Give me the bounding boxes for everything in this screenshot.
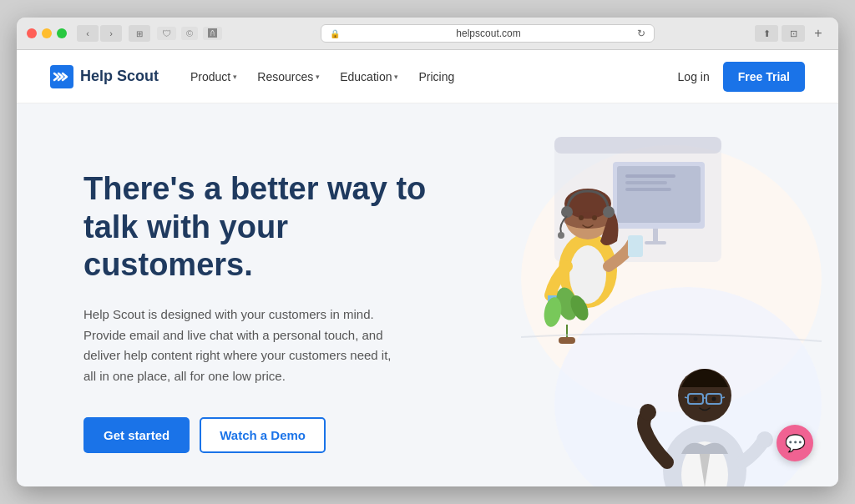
- hero-description: Help Scout is designed with your custome…: [83, 305, 401, 387]
- nav-pricing[interactable]: Pricing: [410, 63, 463, 90]
- security-icon: 🔒: [330, 29, 340, 38]
- svg-point-21: [558, 232, 564, 239]
- browser-window: ‹ › ⊞ 🛡 © 🅰 🔒 helpscout.com ↻ ⬆ ⊡ +: [17, 18, 838, 486]
- watch-demo-button[interactable]: Watch a Demo: [200, 417, 326, 453]
- free-trial-button[interactable]: Free Trial: [723, 62, 805, 92]
- new-tab-button[interactable]: +: [808, 25, 828, 42]
- get-started-button[interactable]: Get started: [83, 417, 190, 453]
- page-content: Help Scout Product ▾ Resources ▾ Educati…: [17, 50, 838, 486]
- resources-chevron-icon: ▾: [316, 73, 320, 81]
- share-button[interactable]: ⬆: [755, 25, 778, 42]
- svg-rect-4: [554, 137, 721, 154]
- hero-illustration: [421, 103, 838, 486]
- svg-rect-8: [625, 181, 667, 184]
- nav-links: Product ▾ Resources ▾ Education ▾ Pricin…: [182, 63, 675, 90]
- login-button[interactable]: Log in: [675, 63, 713, 90]
- hero-section: There's a better way to talk with your c…: [17, 103, 838, 486]
- traffic-lights: [27, 28, 67, 38]
- nav-resources[interactable]: Resources ▾: [249, 63, 328, 90]
- svg-rect-22: [628, 235, 643, 257]
- logo-link[interactable]: Help Scout: [50, 65, 159, 88]
- hero-svg: [421, 112, 838, 486]
- logo-icon: [50, 65, 73, 88]
- nav-product[interactable]: Product ▾: [182, 63, 245, 90]
- svg-line-38: [685, 397, 688, 398]
- minimize-button[interactable]: [42, 28, 52, 38]
- hero-title: There's a better way to talk with your c…: [83, 170, 434, 285]
- chat-icon: 💬: [785, 433, 806, 453]
- svg-point-17: [579, 215, 584, 220]
- bookmark-button[interactable]: ⊡: [782, 25, 805, 42]
- nav-actions: Log in Free Trial: [675, 62, 805, 92]
- window-control-button[interactable]: ⊞: [129, 25, 150, 42]
- product-chevron-icon: ▾: [233, 73, 237, 81]
- nav-education[interactable]: Education ▾: [331, 63, 407, 90]
- svg-point-20: [603, 206, 615, 218]
- education-chevron-icon: ▾: [394, 73, 398, 81]
- back-button[interactable]: ‹: [77, 25, 99, 42]
- url-text: helpscout.com: [345, 28, 632, 39]
- svg-point-19: [561, 206, 573, 218]
- chat-widget-button[interactable]: 💬: [777, 425, 813, 461]
- svg-point-43: [756, 431, 773, 448]
- maximize-button[interactable]: [57, 28, 67, 38]
- svg-rect-10: [653, 229, 658, 241]
- svg-point-40: [694, 397, 698, 401]
- svg-line-39: [721, 397, 725, 398]
- svg-rect-7: [625, 174, 675, 178]
- svg-point-13: [569, 245, 606, 304]
- svg-point-18: [592, 215, 597, 220]
- refresh-button[interactable]: ↻: [637, 28, 645, 39]
- navbar: Help Scout Product ▾ Resources ▾ Educati…: [17, 50, 838, 103]
- hero-content: There's a better way to talk with your c…: [83, 154, 434, 453]
- browser-chrome: ‹ › ⊞ 🛡 © 🅰 🔒 helpscout.com ↻ ⬆ ⊡ +: [17, 18, 838, 50]
- forward-button[interactable]: ›: [100, 25, 122, 42]
- address-bar[interactable]: 🔒 helpscout.com ↻: [321, 24, 655, 43]
- hero-buttons: Get started Watch a Demo: [83, 417, 434, 453]
- svg-point-41: [712, 397, 716, 401]
- svg-rect-31: [559, 337, 575, 344]
- svg-rect-11: [645, 241, 666, 244]
- svg-point-42: [640, 404, 656, 421]
- close-button[interactable]: [27, 28, 37, 38]
- logo-text: Help Scout: [80, 68, 159, 85]
- svg-rect-9: [625, 188, 671, 191]
